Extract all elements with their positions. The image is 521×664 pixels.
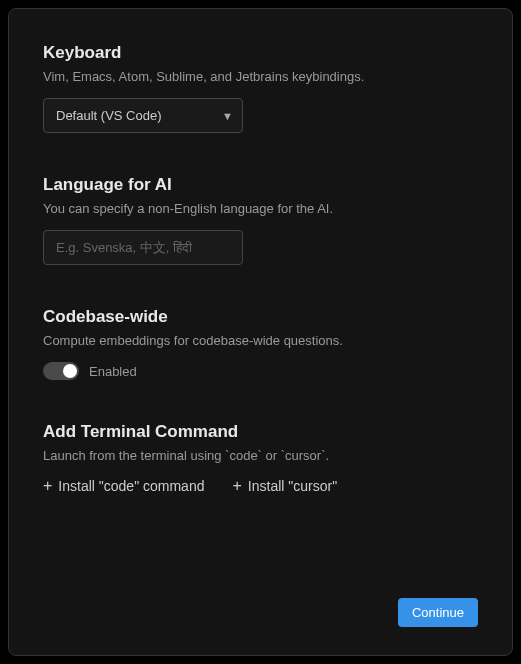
keyboard-select-wrap: Default (VS Code) ▼ — [43, 98, 243, 133]
language-desc: You can specify a non-English language f… — [43, 201, 478, 216]
keyboard-title: Keyboard — [43, 43, 478, 63]
codebase-title: Codebase-wide — [43, 307, 478, 327]
terminal-title: Add Terminal Command — [43, 422, 478, 442]
terminal-desc: Launch from the terminal using `code` or… — [43, 448, 478, 463]
continue-button[interactable]: Continue — [398, 598, 478, 627]
install-cursor-label: Install "cursor" — [248, 478, 337, 494]
terminal-section: Add Terminal Command Launch from the ter… — [43, 422, 478, 495]
plus-icon: + — [232, 477, 241, 495]
language-section: Language for AI You can specify a non-En… — [43, 175, 478, 265]
footer: Continue — [398, 598, 478, 627]
language-input[interactable] — [43, 230, 243, 265]
codebase-desc: Compute embeddings for codebase-wide que… — [43, 333, 478, 348]
codebase-toggle[interactable] — [43, 362, 79, 380]
codebase-toggle-label: Enabled — [89, 364, 137, 379]
terminal-commands-row: + Install "code" command + Install "curs… — [43, 477, 478, 495]
keyboard-select[interactable]: Default (VS Code) — [43, 98, 243, 133]
language-title: Language for AI — [43, 175, 478, 195]
keyboard-desc: Vim, Emacs, Atom, Sublime, and Jetbrains… — [43, 69, 478, 84]
install-code-label: Install "code" command — [58, 478, 204, 494]
install-code-button[interactable]: + Install "code" command — [43, 477, 204, 495]
plus-icon: + — [43, 477, 52, 495]
install-cursor-button[interactable]: + Install "cursor" — [232, 477, 337, 495]
settings-panel: Keyboard Vim, Emacs, Atom, Sublime, and … — [8, 8, 513, 656]
codebase-section: Codebase-wide Compute embeddings for cod… — [43, 307, 478, 380]
codebase-toggle-row: Enabled — [43, 362, 478, 380]
keyboard-section: Keyboard Vim, Emacs, Atom, Sublime, and … — [43, 43, 478, 133]
toggle-knob-icon — [63, 364, 77, 378]
